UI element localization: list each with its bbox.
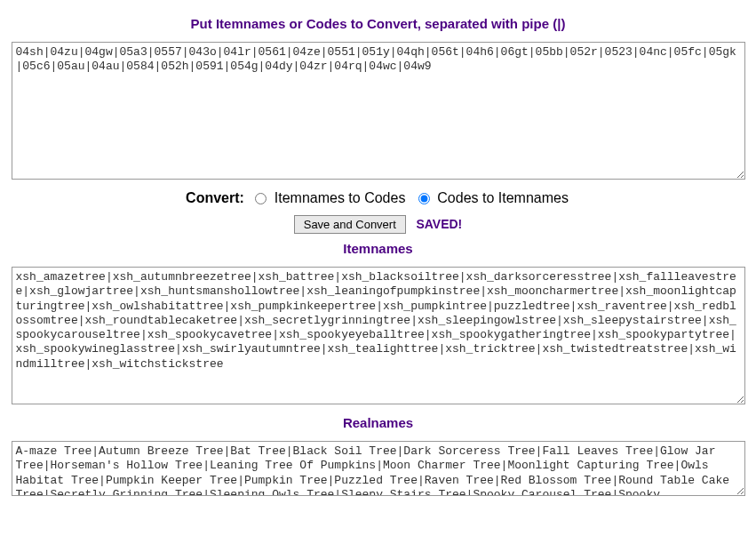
radio-codes-to-itemnames[interactable] xyxy=(418,193,430,204)
convert-row: Convert: Itemnames to Codes Codes to Ite… xyxy=(11,190,745,206)
realnames-textarea[interactable] xyxy=(12,441,745,496)
radio-itemnames-to-codes[interactable] xyxy=(255,193,267,204)
save-convert-button[interactable]: Save and Convert xyxy=(294,215,406,234)
radio-codes-to-itemnames-text: Codes to Itemnames xyxy=(437,190,569,205)
saved-indicator: SAVED! xyxy=(416,217,462,231)
radio-codes-to-itemnames-label[interactable]: Codes to Itemnames xyxy=(413,190,569,205)
radio-itemnames-to-codes-text: Itemnames to Codes xyxy=(275,190,406,205)
heading-itemnames: Itemnames xyxy=(11,241,745,256)
convert-label: Convert: xyxy=(186,190,244,205)
itemnames-textarea[interactable] xyxy=(12,267,745,404)
input-codes-textarea[interactable] xyxy=(12,42,745,180)
radio-itemnames-to-codes-label[interactable]: Itemnames to Codes xyxy=(250,190,410,205)
heading-realnames: Realnames xyxy=(11,415,745,430)
heading-input: Put Itemnames or Codes to Convert, separ… xyxy=(11,16,745,31)
button-row: Save and Convert SAVED! xyxy=(11,215,745,234)
